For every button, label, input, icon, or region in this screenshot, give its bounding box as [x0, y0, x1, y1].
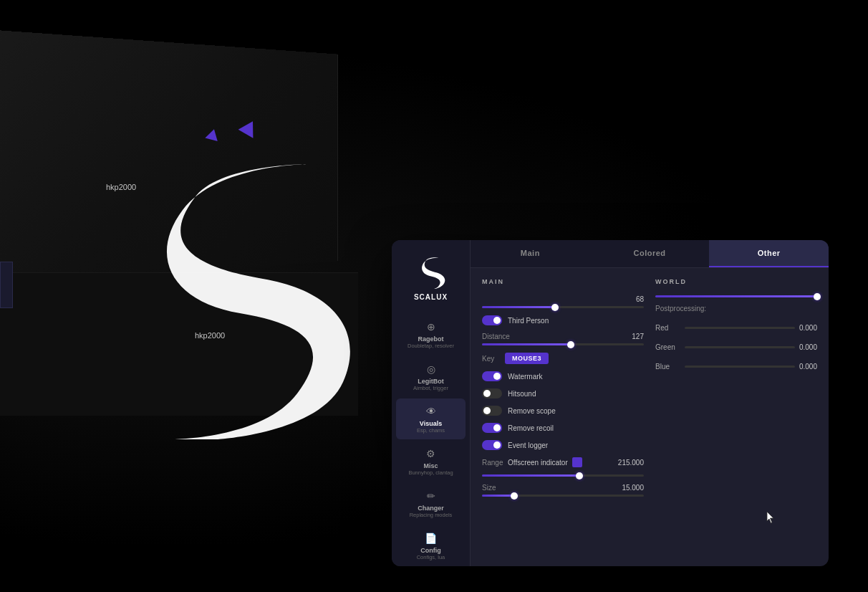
red-label: Red	[655, 324, 680, 332]
size-slider-fill	[482, 495, 514, 497]
config-sub: Configs, lua	[417, 554, 445, 560]
visuals-sub: Esp, chams	[417, 427, 445, 434]
content-area: Main Colored Other MAIN 68	[471, 240, 829, 566]
main-panel: SCALUX ⊕ Ragebot Doubletap, resolver ◎ L…	[392, 240, 829, 566]
green-slider-track[interactable]	[685, 346, 795, 348]
range-slider-fill	[482, 474, 579, 477]
size-slider-thumb	[511, 492, 518, 500]
world-slider-fill	[655, 295, 817, 297]
blue-slider-track[interactable]	[685, 366, 795, 368]
tab-other[interactable]: Other	[709, 240, 829, 267]
other-tab-content: MAIN 68 Third Person	[471, 268, 829, 566]
postprocessing-label: Postprocessing:	[655, 305, 817, 312]
config-icon: 📄	[424, 531, 438, 545]
hitsound-toggle[interactable]	[482, 388, 502, 398]
ragebot-label: Ragebot	[418, 335, 444, 343]
sidebar-item-legitbot[interactable]: ◎ LegitBot Aimbot, trigger	[396, 356, 466, 397]
visuals-icon: 👁	[424, 404, 438, 419]
remove-recoil-label: Remove recoil	[508, 424, 554, 432]
red-value: 0.000	[799, 324, 817, 332]
blue-label: Blue	[655, 363, 680, 371]
config-label: Config	[420, 547, 441, 554]
main-column: MAIN 68 Third Person	[482, 278, 644, 556]
world-slider-row	[655, 295, 817, 297]
range-slider-row	[482, 474, 644, 477]
legitbot-label: LegitBot	[418, 378, 444, 385]
range-slider-thumb	[576, 472, 583, 479]
event-logger-toggle[interactable]	[482, 440, 502, 450]
third-person-row: Third Person	[482, 315, 644, 325]
hitsound-label: Hitsound	[508, 390, 536, 398]
distance-slider-thumb	[567, 341, 574, 348]
toggle-remove-recoil: Remove recoil	[482, 423, 644, 433]
legitbot-icon: ◎	[424, 362, 438, 376]
fov-slider-track[interactable]	[482, 306, 644, 308]
world-slider-track[interactable]	[655, 295, 817, 297]
distance-label: Distance	[482, 333, 510, 340]
sidebar-logo	[413, 253, 449, 289]
toggle-watermark: Watermark	[482, 371, 644, 381]
sidebar-item-config[interactable]: 📄 Config Configs, lua	[396, 525, 466, 566]
changer-icon: ✏	[424, 489, 438, 503]
world-section-title: WORLD	[655, 278, 817, 285]
size-slider-track[interactable]	[482, 495, 644, 497]
size-value: 15.000	[622, 484, 644, 492]
offscreen-color-swatch[interactable]	[572, 457, 582, 467]
event-logger-label: Event logger	[508, 441, 548, 449]
distance-slider-row: Distance 127	[482, 333, 644, 345]
changer-label: Changer	[418, 505, 444, 512]
fov-value: 68	[636, 295, 644, 303]
watermark-label: Watermark	[508, 373, 543, 381]
misc-icon: ⚙	[424, 447, 438, 461]
distance-slider-track[interactable]	[482, 343, 644, 345]
legitbot-sub: Aimbot, trigger	[413, 385, 448, 391]
scalux-logo-large	[125, 125, 355, 455]
sidebar: SCALUX ⊕ Ragebot Doubletap, resolver ◎ L…	[392, 240, 471, 566]
green-value: 0.000	[799, 343, 817, 351]
range-label: Range	[482, 459, 503, 467]
world-slider-thumb	[814, 293, 821, 300]
main-section-title: MAIN	[482, 278, 644, 285]
world-column: WORLD Postprocessing: Red 0.000	[655, 278, 817, 556]
sidebar-item-visuals[interactable]: 👁 Visuals Esp, chams	[396, 398, 466, 439]
key-badge[interactable]: MOUSE3	[505, 353, 549, 364]
fov-slider-thumb	[551, 304, 559, 311]
distance-value: 127	[632, 333, 644, 340]
tab-main[interactable]: Main	[471, 240, 590, 267]
third-person-label: Third Person	[508, 317, 549, 325]
watermark-toggle[interactable]	[482, 371, 502, 381]
remove-scope-toggle[interactable]	[482, 406, 502, 416]
remove-recoil-toggle[interactable]	[482, 423, 502, 433]
tab-colored[interactable]: Colored	[590, 240, 710, 267]
toggle-remove-scope: Remove scope	[482, 406, 644, 416]
changer-sub: Replacing models	[410, 512, 453, 518]
remove-scope-label: Remove scope	[508, 407, 556, 415]
size-label: Size	[482, 484, 503, 492]
pp-green-row: Green 0.000	[655, 343, 817, 351]
offscreen-value: 215.000	[618, 459, 644, 467]
key-label: Key	[482, 355, 499, 363]
pp-blue-row: Blue 0.000	[655, 363, 817, 371]
blue-value: 0.000	[799, 363, 817, 371]
third-person-toggle[interactable]	[482, 315, 502, 325]
ragebot-icon: ⊕	[424, 320, 438, 334]
distance-slider-fill	[482, 343, 571, 345]
bg-rect-left	[0, 262, 13, 308]
fov-slider-row: 68	[482, 295, 644, 308]
key-row: Key MOUSE3	[482, 353, 644, 364]
sidebar-item-changer[interactable]: ✏ Changer Replacing models	[396, 483, 466, 524]
sidebar-item-misc[interactable]: ⚙ Misc Bunnyhop, clantag	[396, 441, 466, 482]
toggle-event-logger: Event logger	[482, 440, 644, 450]
green-label: Green	[655, 343, 680, 351]
pp-red-row: Red 0.000	[655, 324, 817, 332]
misc-sub: Bunnyhop, clantag	[408, 469, 453, 476]
ragebot-sub: Doubletap, resolver	[408, 343, 454, 349]
sidebar-item-ragebot[interactable]: ⊕ Ragebot Doubletap, resolver	[396, 314, 466, 355]
fov-slider-fill	[482, 306, 555, 308]
tab-bar: Main Colored Other	[471, 240, 829, 268]
range-slider-track[interactable]	[482, 474, 644, 477]
sidebar-nav: ⊕ Ragebot Doubletap, resolver ◎ LegitBot…	[392, 314, 470, 566]
sidebar-brand: SCALUX	[414, 293, 448, 301]
red-slider-track[interactable]	[685, 327, 795, 329]
misc-label: Misc	[423, 462, 438, 469]
